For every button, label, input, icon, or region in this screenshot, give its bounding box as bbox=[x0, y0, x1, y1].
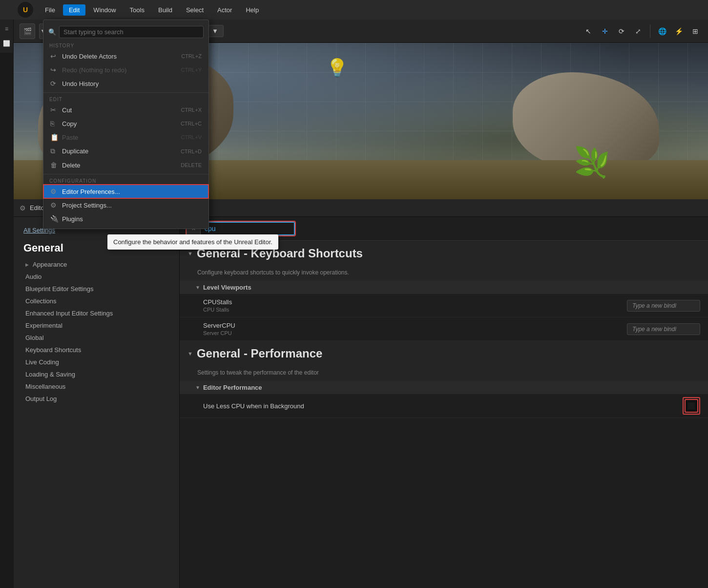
audio-label: Audio bbox=[25, 273, 42, 280]
sidebar-item-enhanced-input[interactable]: Enhanced Input Editor Settings bbox=[14, 307, 179, 319]
cpu-stalls-name: CPUStalls bbox=[203, 298, 622, 306]
platforms-chevron: ▼ bbox=[212, 27, 218, 35]
keyboard-shortcuts-section-header[interactable]: ▼ General - Keyboard Shortcuts bbox=[180, 241, 708, 266]
server-cpu-sub: Server CPU bbox=[203, 330, 622, 336]
cinematic-btn[interactable]: 🎬 bbox=[20, 23, 35, 39]
sidebar-item-experimental[interactable]: Experimental bbox=[14, 319, 179, 332]
ks-expand-arrow: ▼ bbox=[187, 251, 193, 256]
use-less-cpu-control bbox=[622, 397, 700, 415]
level-viewports-subsection[interactable]: ▼ Level Viewports bbox=[180, 281, 708, 294]
sidebar-item-blueprint-editor[interactable]: Blueprint Editor Settings bbox=[14, 283, 179, 295]
menu-build[interactable]: Build bbox=[152, 4, 178, 16]
server-cpu-binding[interactable]: Type a new bindi bbox=[627, 323, 700, 335]
sidebar-item-collections[interactable]: Collections bbox=[14, 295, 179, 307]
dropdown-search-input[interactable] bbox=[59, 26, 204, 38]
app-logo: U bbox=[18, 2, 33, 18]
project-settings-action[interactable]: ⚙ Project Settings... bbox=[43, 198, 208, 212]
rotate-tool-btn[interactable]: ⟳ bbox=[615, 24, 628, 38]
duplicate-shortcut: CTRL+D bbox=[181, 148, 202, 154]
copy-label: Copy bbox=[62, 120, 77, 127]
live-coding-label: Live Coding bbox=[25, 358, 59, 366]
search-icon: 🔍 bbox=[48, 28, 56, 36]
experimental-label: Experimental bbox=[25, 322, 62, 329]
checkbox-inner bbox=[688, 402, 695, 409]
hamburger-icon[interactable]: ≡ bbox=[1, 23, 12, 34]
panel-body: All Settings General Appearance Audio Bl… bbox=[14, 217, 708, 588]
ep-expand-arrow: ▼ bbox=[195, 385, 200, 390]
left-sidebar-strip: ≡ ⬜ bbox=[0, 20, 14, 53]
enhanced-input-label: Enhanced Input Editor Settings bbox=[25, 310, 113, 317]
duplicate-label: Duplicate bbox=[62, 147, 88, 155]
paste-action[interactable]: 📋 Paste CTRL+V bbox=[43, 130, 208, 144]
use-less-cpu-name: Use Less CPU when in Background bbox=[203, 402, 622, 410]
redo-label: Redo (Nothing to redo) bbox=[62, 66, 126, 74]
config-section-label: CONFIGURATION bbox=[43, 176, 208, 185]
lv-expand-arrow: ▼ bbox=[195, 285, 200, 290]
miscellaneous-label: Miscellaneous bbox=[25, 383, 65, 390]
fern-decoration: 🌿 bbox=[574, 145, 610, 180]
toolbar-sep-3 bbox=[650, 24, 650, 38]
sidebar-item-appearance[interactable]: Appearance bbox=[14, 258, 179, 271]
cpu-stalls-row: CPUStalls CPU Stalls Type a new bindi bbox=[180, 294, 708, 317]
cut-icon: ✂ bbox=[50, 106, 58, 114]
menu-edit[interactable]: Edit bbox=[63, 4, 85, 16]
plugins-icon: 🔌 bbox=[50, 215, 58, 223]
cpu-stalls-control: Type a new bindi bbox=[622, 300, 700, 312]
collections-label: Collections bbox=[25, 297, 57, 305]
sidebar-item-keyboard-shortcuts[interactable]: Keyboard Shortcuts bbox=[14, 344, 179, 356]
sidebar-item-miscellaneous[interactable]: Miscellaneous bbox=[14, 380, 179, 393]
main-content-area: × ▼ General - Keyboard Shortcuts Configu… bbox=[180, 217, 708, 588]
undo-history-label: Undo History bbox=[62, 80, 99, 87]
duplicate-action[interactable]: ⧉ Duplicate CTRL+D bbox=[43, 144, 208, 158]
menu-help[interactable]: Help bbox=[240, 4, 265, 16]
redo-action[interactable]: ↪ Redo (Nothing to redo) CTRL+Y bbox=[43, 63, 208, 77]
viewport-icon[interactable]: ⬜ bbox=[1, 38, 12, 49]
sidebar-item-global[interactable]: Global bbox=[14, 332, 179, 344]
world-icon-btn[interactable]: 🌐 bbox=[655, 24, 669, 38]
undo-delete-actors[interactable]: ↩ Undo Delete Actors CTRL+Z bbox=[43, 49, 208, 63]
loading-saving-label: Loading & Saving bbox=[25, 371, 75, 378]
edit-dropdown-menu: 🔍 HISTORY ↩ Undo Delete Actors CTRL+Z ↪ … bbox=[43, 20, 209, 229]
editor-preferences-action[interactable]: ⚙ Editor Preferences... bbox=[43, 185, 208, 198]
copy-action[interactable]: ⎘ Copy CTRL+C bbox=[43, 117, 208, 130]
sidebar-item-live-coding[interactable]: Live Coding bbox=[14, 356, 179, 368]
scale-tool-btn[interactable]: ⤢ bbox=[631, 24, 645, 38]
undo-history[interactable]: ⟳ Undo History bbox=[43, 77, 208, 90]
paste-shortcut: CTRL+V bbox=[181, 134, 202, 140]
select-tool-btn[interactable]: ↖ bbox=[582, 24, 595, 38]
plugins-action[interactable]: 🔌 Plugins bbox=[43, 212, 208, 226]
performance-title: General - Performance bbox=[197, 347, 322, 360]
cpu-stalls-info: CPUStalls CPU Stalls bbox=[203, 298, 622, 313]
copy-icon: ⎘ bbox=[50, 120, 58, 127]
search-input[interactable] bbox=[200, 222, 295, 235]
editor-performance-subsection[interactable]: ▼ Editor Performance bbox=[180, 381, 708, 394]
delete-action[interactable]: 🗑 Delete DELETE bbox=[43, 158, 208, 172]
performance-section-header[interactable]: ▼ General - Performance bbox=[180, 341, 708, 366]
cut-action[interactable]: ✂ Cut CTRL+X bbox=[43, 103, 208, 117]
menu-select[interactable]: Select bbox=[180, 4, 209, 16]
menu-file[interactable]: File bbox=[39, 4, 61, 16]
menu-actor[interactable]: Actor bbox=[211, 4, 238, 16]
cpu-stalls-binding[interactable]: Type a new bindi bbox=[627, 300, 700, 312]
grid-icon-btn[interactable]: ⊞ bbox=[688, 24, 702, 38]
keyboard-shortcuts-desc: Configure keyboard shortcuts to quickly … bbox=[180, 266, 708, 281]
menu-window[interactable]: Window bbox=[87, 4, 122, 16]
dropdown-search-row: 🔍 bbox=[43, 23, 208, 41]
sidebar-item-audio[interactable]: Audio bbox=[14, 271, 179, 283]
toolbar-right-group: ↖ ✛ ⟳ ⤢ 🌐 ⚡ ⊞ bbox=[582, 24, 702, 38]
sidebar-item-loading-saving[interactable]: Loading & Saving bbox=[14, 368, 179, 380]
delete-label: Delete bbox=[62, 162, 81, 169]
sidebar-item-output-log[interactable]: Output Log bbox=[14, 393, 179, 405]
cut-label: Cut bbox=[62, 106, 72, 114]
divider-2 bbox=[43, 174, 208, 174]
snap-icon-btn[interactable]: ⚡ bbox=[672, 24, 686, 38]
use-less-cpu-checkbox[interactable] bbox=[685, 399, 698, 413]
menu-tools[interactable]: Tools bbox=[124, 4, 150, 16]
project-settings-icon: ⚙ bbox=[50, 201, 58, 209]
delete-shortcut: DELETE bbox=[181, 162, 202, 168]
cpu-stalls-sub: CPU Stalls bbox=[203, 307, 622, 313]
menu-bar: U File Edit Window Tools Build Select Ac… bbox=[0, 0, 708, 20]
keyboard-shortcuts-label: Keyboard Shortcuts bbox=[25, 346, 81, 354]
redo-icon: ↪ bbox=[50, 66, 58, 74]
move-tool-btn[interactable]: ✛ bbox=[598, 24, 612, 38]
